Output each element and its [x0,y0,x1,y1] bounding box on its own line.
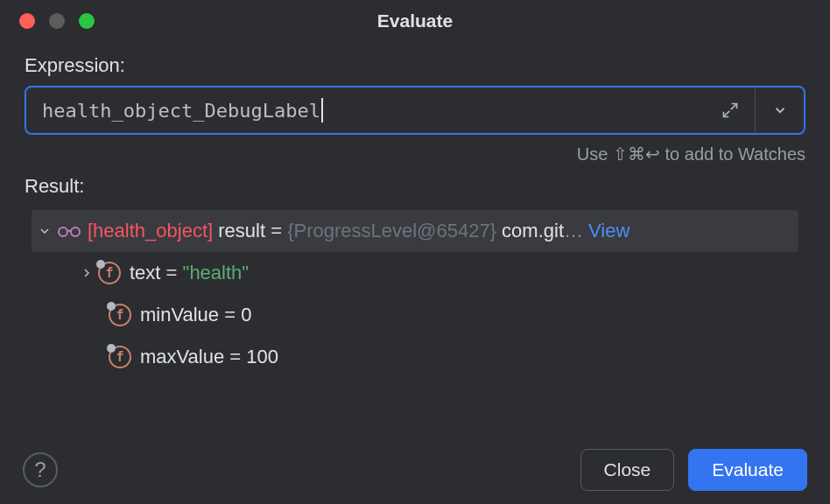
expression-label: Expression: [25,54,805,77]
package-name: com.git [502,220,564,242]
result-tree: [health_object] result = {ProgressLevel@… [25,206,805,394]
field-icon: f [109,304,131,326]
result-label: Result: [25,175,805,198]
ellipsis: … [564,220,583,242]
svg-point-0 [59,228,67,236]
equals-sign: = [224,304,236,326]
tree-row-minvalue[interactable]: f minValue = 0 [25,294,805,336]
titlebar: Evaluate [0,0,830,42]
equals-sign: = [166,262,178,284]
svg-point-1 [71,228,80,236]
close-window-button[interactable] [19,13,35,29]
window-title: Evaluate [0,10,830,32]
chevron-down-icon[interactable] [33,224,56,238]
tree-row-text[interactable]: f text = "health" [25,252,805,294]
help-button[interactable]: ? [23,452,58,487]
field-name: maxValue [140,346,224,368]
evaluate-button[interactable]: Evaluate [688,449,807,491]
expression-input-text: health_object_DebugLabel [42,100,320,122]
text-caret [321,98,323,122]
field-icon: f [98,262,121,284]
expand-icon[interactable] [706,88,755,133]
chevron-right-icon[interactable] [75,266,98,280]
type-value: {ProgressLevel@65427} [287,220,496,242]
equals-sign: = [229,346,241,368]
field-name: text [130,262,160,284]
window-controls [0,13,95,29]
dialog-footer: ? Close Evaluate [0,436,830,504]
history-dropdown-button[interactable] [755,88,804,133]
variable-name: result [218,220,265,242]
maximize-window-button[interactable] [79,13,95,29]
view-link[interactable]: View [588,220,630,242]
minimize-window-button[interactable] [49,13,65,29]
field-name: minValue [140,304,219,326]
field-value: 100 [246,346,278,368]
close-button[interactable]: Close [580,449,675,491]
field-icon: f [109,346,131,368]
expression-field-container: health_object_DebugLabel [25,86,805,135]
glasses-icon [56,223,82,239]
tree-row-root[interactable]: [health_object] result = {ProgressLevel@… [32,210,798,252]
expression-input[interactable]: health_object_DebugLabel [26,88,706,133]
equals-sign: = [271,220,282,242]
debug-label-name: [health_object] [88,220,213,242]
shortcut-hint: Use ⇧⌘↩ to add to Watches [25,144,805,164]
field-value: "health" [183,262,250,284]
tree-row-maxvalue[interactable]: f maxValue = 100 [25,336,805,378]
field-value: 0 [241,304,251,326]
